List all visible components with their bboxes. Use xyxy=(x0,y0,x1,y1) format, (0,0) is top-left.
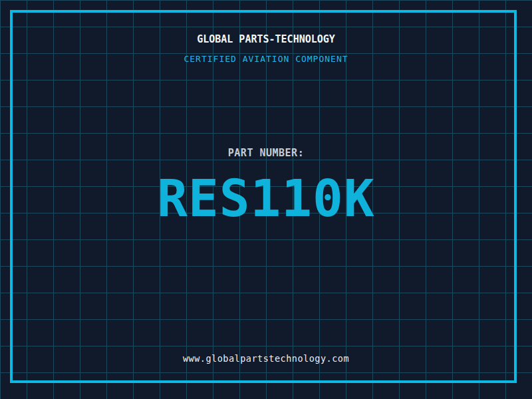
grid-background: GLOBAL PARTS-TECHNOLOGY CERTIFIED AVIATI… xyxy=(0,0,532,399)
company-title: GLOBAL PARTS-TECHNOLOGY xyxy=(0,33,532,45)
part-number-label: PART NUMBER: xyxy=(0,147,532,159)
website-url: www.globalpartstechnology.com xyxy=(0,353,532,364)
certification-subtitle: CERTIFIED AVIATION COMPONENT xyxy=(0,54,532,64)
part-number-value: RES110K xyxy=(0,174,532,224)
